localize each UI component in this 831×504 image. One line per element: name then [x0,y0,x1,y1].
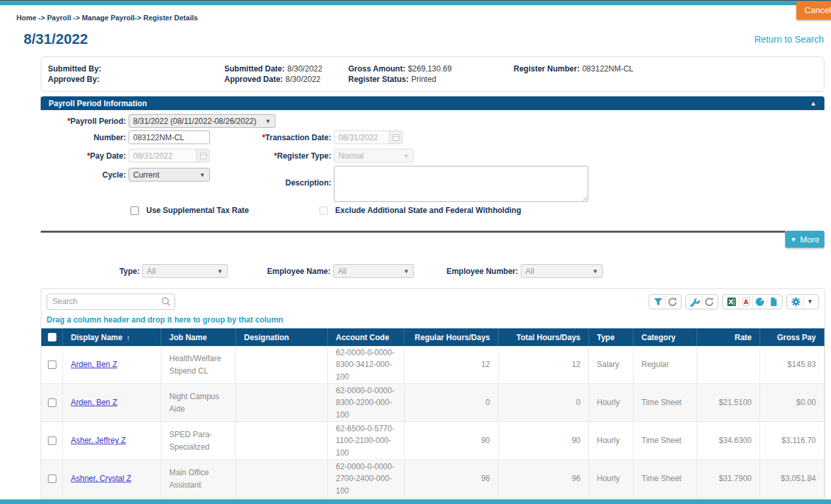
document-icon[interactable] [766,296,780,307]
cell-category: Time Sheet [634,384,697,421]
use-supplemental-tax-rate-checkbox[interactable] [131,206,139,215]
pay-date-value: 08/31/2022 [129,149,196,162]
resize-handle[interactable] [581,195,587,201]
row-select-checkbox[interactable] [48,436,56,445]
row-select-checkbox[interactable] [48,475,56,483]
employee-link[interactable]: Asher, Jeffrey Z [71,435,126,447]
column-header-type[interactable]: Type [589,328,634,346]
cell-designation [236,346,328,383]
app-top-bar [0,1,831,5]
select-all-checkbox[interactable] [48,333,56,341]
transaction-date-input: 08/31/2022 [334,130,403,144]
filter-employee-number-select[interactable]: All▼ [521,264,603,278]
summary-col-dates: Submitted Date:8/30/2022 Approved Date:8… [224,64,322,85]
excel-icon[interactable]: X [725,296,739,307]
cycle-select[interactable]: Current▼ [129,168,210,182]
register-status-value: Printed [411,75,436,84]
cycle-value: Current [133,170,159,180]
approved-date-value: 8/30/2022 [285,75,320,84]
cancel-button[interactable]: Cancel [796,1,831,20]
submitted-date-label: Submitted Date: [224,64,285,73]
column-header-total-hours-days[interactable]: Total Hours/Days [498,328,589,346]
toolbar-group-3: ▼ [786,294,819,309]
column-header-gross-pay[interactable]: Gross Pay [760,328,824,346]
filter-employee-number-label: Employee Number: [424,267,518,276]
gear-icon[interactable] [789,296,803,307]
return-to-search-link[interactable]: Return to Search [754,34,824,45]
table-row: Asher, Jeffrey ZSPED Para-Specialized62-… [41,422,824,460]
cycle-label: Cycle: [41,170,126,180]
cell-display-name: Arden, Ben Z [63,384,161,421]
chevron-down-icon: ▼ [265,118,271,125]
table-row: Arden, Ben ZHealth/Welfare Stipend CL62-… [41,346,824,384]
toolbar-group-1 [685,294,718,309]
filter-employee-name-select[interactable]: All▼ [333,264,414,278]
cell-designation [236,422,328,459]
refresh-icon[interactable] [702,296,716,307]
cell-account-code: 62-0000-0-0000-8300-2200-000-100 [328,384,405,421]
page-title: 8/31/2022 [24,31,88,48]
exclude-additional-withholding-label: Exclude Additional State and Federal Wit… [335,206,521,215]
cell-total-hours: 96 [498,460,589,497]
search-input[interactable] [47,294,175,310]
chevron-down-icon: ▼ [403,268,409,275]
approved-by-label: Approved By: [48,75,100,84]
column-header-category[interactable]: Category [634,328,697,346]
cell-regular-hours: 0 [405,384,498,421]
employee-link[interactable]: Ashner, Crystal Z [71,473,131,485]
column-header-designation[interactable]: Designation [236,328,328,346]
refresh-icon[interactable] [665,296,679,307]
section-divider [41,231,785,233]
cell-category: Regular [634,346,697,383]
cell-job-name: SPED Para-Specialized [161,422,236,459]
description-label: Description: [243,178,331,187]
register-type-select: Normal▼ [334,149,414,163]
payroll-period-value: 8/31/2022 (08/11/2022-08/26/2022) [133,117,256,126]
cell-type: Hourly [589,460,634,497]
cell-display-name: Arden, Ben Z [63,346,161,383]
payroll-period-section-header[interactable]: Payroll Period Information ▲ [41,96,824,110]
description-textarea[interactable] [334,166,588,202]
employee-link[interactable]: Arden, Ben Z [71,359,117,371]
number-input[interactable] [129,130,210,144]
filter-icon[interactable] [651,296,665,307]
row-select-checkbox[interactable] [48,398,56,407]
calendar-icon [196,149,209,162]
filter-type-value: All [147,267,155,276]
use-supplemental-tax-rate-label: Use Supplemental Tax Rate [146,206,249,215]
row-select-checkbox[interactable] [48,360,56,369]
employee-link[interactable]: Arden, Ben Z [71,397,117,409]
approved-date-label: Approved Date: [224,75,283,84]
column-header-rate[interactable]: Rate [697,328,760,346]
filter-employee-name-value: All [338,267,346,276]
grid-toolbar-icons: XA▼ [649,294,819,309]
collapse-section-icon[interactable]: ▲ [810,100,817,107]
cell-gross-pay: $3,051.84 [760,460,824,497]
filter-type-select[interactable]: All▼ [142,264,228,278]
cell-rate: $31.7900 [697,460,760,497]
payroll-period-select[interactable]: 8/31/2022 (08/11/2022-08/26/2022)▼ [129,114,275,128]
cell-designation [236,460,328,497]
filter-employee-number-value: All [525,267,534,276]
column-header-regular-hours-days[interactable]: Regular Hours/Days [405,328,498,346]
cell-designation [236,384,328,421]
cell-type: Hourly [589,384,634,421]
column-header-display-name[interactable]: Display Name↑ [63,328,161,346]
row-select-cell [41,422,63,459]
chevron-down-icon: ▼ [592,268,598,275]
cell-rate [697,346,760,383]
more-button[interactable]: ▼ More [785,231,824,248]
cell-display-name: Ashner, Crystal Z [63,460,161,497]
cell-gross-pay: $0.00 [760,384,824,421]
caret-down-icon[interactable]: ▼ [803,296,817,307]
pay-date-input: 08/31/2022 [129,149,210,163]
svg-text:X: X [728,298,733,305]
pdf-icon[interactable]: A [739,296,752,307]
wrench-icon[interactable] [688,296,702,307]
cell-regular-hours: 12 [405,346,498,383]
pie-chart-icon[interactable] [752,296,766,307]
column-header-job-name[interactable]: Job Name [161,328,236,346]
chevron-down-icon: ▼ [790,236,797,243]
register-type-value: Normal [338,151,364,161]
column-header-account-code[interactable]: Account Code [328,328,405,346]
